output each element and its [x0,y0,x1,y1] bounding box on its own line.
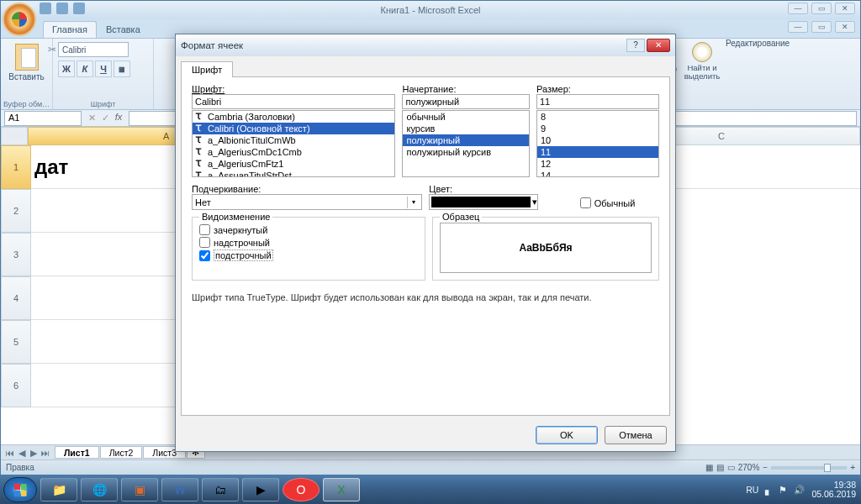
size-label: Размер: [536,84,659,94]
font-input[interactable] [192,94,395,109]
sample-preview: AaBbБбЯя [440,223,652,273]
superscript-checkbox[interactable]: надстрочный [199,237,418,248]
underline-label: Подчеркивание: [192,184,422,194]
zoom-in-button[interactable]: + [850,463,855,472]
tray-volume-icon[interactable]: 🔊 [794,485,805,496]
clock[interactable]: 19:38 05.06.2019 [811,480,856,499]
row-header-4[interactable]: 4 [1,276,31,320]
status-bar: Правка ▦ ▤ ▭ 270% − + [1,459,860,475]
taskbar-excel[interactable]: X [323,478,360,501]
undo-icon[interactable] [56,3,68,14]
dialog-titlebar[interactable]: Формат ячеек ? ✕ [176,34,675,56]
taskbar: 📁 🌐 ▣ W 🗂 ▶ O X RU ▖ ⚑ 🔊 19:38 05.06.201… [0,475,861,504]
row-header-2[interactable]: 2 [1,189,31,233]
doc-close-button[interactable]: ✕ [835,21,855,33]
view-layout-icon[interactable]: ▤ [716,463,724,472]
row-header-5[interactable]: 5 [1,320,31,364]
fx-icon[interactable]: fx [112,112,125,125]
view-pagebreak-icon[interactable]: ▭ [727,463,735,472]
taskbar-explorer[interactable]: 📁 [40,478,77,501]
chevron-down-icon: ▾ [407,197,419,208]
maximize-button[interactable]: ▭ [811,3,832,14]
paste-button[interactable]: Вставить [8,72,44,81]
size-input[interactable] [536,94,659,109]
style-label: Начертание: [402,84,530,94]
tray-action-center-icon[interactable]: ⚑ [779,485,787,495]
cancel-button[interactable]: Отмена [605,426,667,444]
truetype-info: Шрифт типа TrueType. Шрифт будет использ… [192,292,659,302]
title-bar: Книга1 - Microsoft Excel — ▭ ✕ [1,1,860,19]
clipboard-group-label: Буфер обм… [1,100,52,108]
cut-icon[interactable]: ✂ [48,44,56,55]
border-button[interactable]: ▦ [114,60,130,77]
zoom-controls: ▦ ▤ ▭ 270% − + [705,463,855,472]
chevron-down-icon: ▾ [532,197,537,207]
dialog-help-button[interactable]: ? [626,39,645,52]
tab-insert[interactable]: Вставка [98,22,149,38]
normal-font-checkbox[interactable]: Обычный [580,197,659,208]
window-controls-outer: — ▭ ✕ [788,3,855,14]
row-header-3[interactable]: 3 [1,233,31,276]
taskbar-word[interactable]: W [161,478,198,501]
taskbar-folder[interactable]: 🗂 [202,478,239,501]
row-header-1[interactable]: 1 [1,145,31,189]
bold-button[interactable]: Ж [58,60,75,77]
system-tray: RU ▖ ⚑ 🔊 19:38 05.06.2019 [746,480,858,499]
zoom-slider[interactable] [771,466,847,470]
window-title: Книга1 - Microsoft Excel [381,5,481,15]
start-button[interactable] [3,477,37,502]
language-indicator[interactable]: RU [746,485,758,495]
group-font: ✂ Calibri Ж К Ч ▦ Шрифт [53,39,154,109]
taskbar-powerpoint[interactable]: ▣ [121,478,158,501]
minimize-button[interactable]: — [788,3,808,14]
doc-minimize-button[interactable]: — [788,21,808,33]
dialog-close-button[interactable]: ✕ [647,39,670,52]
sheet-tab-1[interactable]: Лист1 [55,446,99,459]
underline-button[interactable]: Ч [95,60,112,77]
effects-fieldset: Видоизменение зачеркнутый надстрочный по… [192,217,425,281]
enter-formula-icon[interactable]: ✓ [98,113,112,123]
zoom-out-button[interactable]: − [763,463,768,472]
cell-c1[interactable] [670,145,860,189]
style-input[interactable] [402,94,530,109]
strikethrough-checkbox[interactable]: зачеркнутый [199,224,418,235]
taskbar-media[interactable]: ▶ [242,478,279,501]
paste-icon[interactable] [15,44,39,71]
redo-icon[interactable] [73,3,85,14]
quick-access-toolbar [40,3,85,14]
color-combo[interactable]: ▾ [429,194,538,210]
row-header-6[interactable]: 6 [1,364,31,407]
doc-restore-button[interactable]: ▭ [811,21,832,33]
font-name-box[interactable]: Calibri [58,42,129,57]
font-group-label: Шрифт [53,100,153,108]
dialog-tab-font[interactable]: Шрифт [181,61,233,77]
color-label: Цвет: [429,184,573,194]
editing-group-label: Редактирование [726,39,860,109]
style-listbox[interactable]: обычныйкурсивполужирныйполужирный курсив [402,110,530,177]
size-listbox[interactable]: 8910111214 [536,110,659,177]
font-listbox[interactable]: ꚌCambria (Заголовки)ꚌCalibri (Основной т… [192,110,395,177]
status-mode: Правка [6,463,34,472]
dialog-buttons: OK Отмена [176,421,675,451]
office-button[interactable] [3,3,36,36]
taskbar-opera[interactable]: O [283,478,320,501]
zoom-level[interactable]: 270% [738,463,760,472]
save-icon[interactable] [40,3,51,14]
tab-home[interactable]: Главная [43,21,97,38]
sheet-tab-2[interactable]: Лист2 [100,446,143,459]
find-select-button[interactable]: Найти и выделить [679,39,726,109]
taskbar-ie[interactable]: 🌐 [81,478,118,501]
select-all-corner[interactable] [1,127,28,145]
underline-combo[interactable]: Нет▾ [192,194,422,210]
name-box[interactable]: A1 [4,111,82,126]
cancel-formula-icon[interactable]: ✕ [85,113,98,123]
italic-button[interactable]: К [77,60,93,77]
sample-legend: Образец [440,212,482,222]
sheet-nav[interactable]: ⏮◀▶⏭ [4,448,51,458]
tray-flag-icon[interactable]: ▖ [765,485,772,495]
effects-legend: Видоизменение [199,212,272,222]
subscript-checkbox[interactable]: подстрочный [199,249,418,261]
view-normal-icon[interactable]: ▦ [705,463,713,472]
ok-button[interactable]: OK [536,426,598,444]
close-button[interactable]: ✕ [835,3,855,14]
